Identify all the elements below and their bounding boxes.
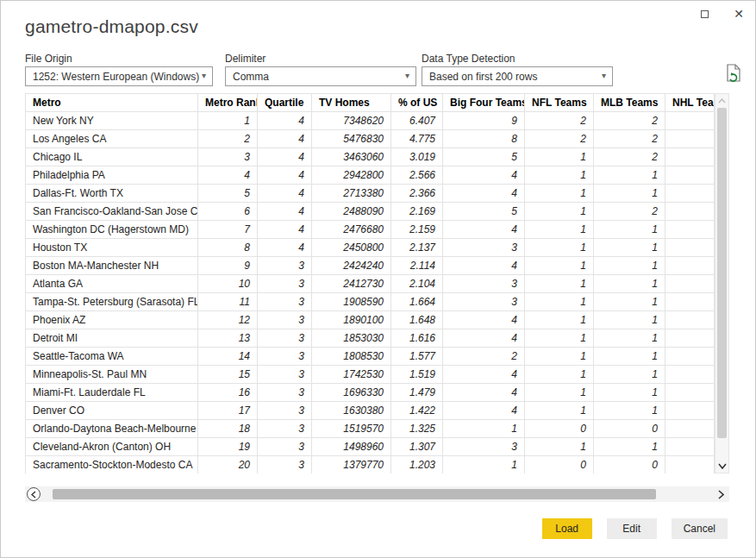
table-cell: Cleveland-Akron (Canton) OH <box>26 438 198 456</box>
table-cell: 3 <box>258 329 312 348</box>
table-row: Atlanta GA10324127302.104311 <box>26 275 715 293</box>
table-row: Sacramento-Stockton-Modesto CA2031379770… <box>26 456 715 474</box>
table-cell: 16 <box>198 384 258 402</box>
table-row: Miami-Ft. Lauderdale FL16316963301.47941… <box>26 384 715 402</box>
table-cell: 2713380 <box>312 185 391 203</box>
table-cell: 2412730 <box>312 275 391 293</box>
table-cell: 3 <box>198 148 258 166</box>
table-cell: 4 <box>258 239 312 257</box>
table-cell: 2 <box>198 130 258 148</box>
table-cell: Seattle-Tacoma WA <box>26 348 198 366</box>
table-cell: New York NY <box>26 112 198 130</box>
table-cell: 4 <box>443 221 525 239</box>
table-cell: 3 <box>258 348 312 366</box>
table-cell: 1908590 <box>312 293 391 311</box>
table-cell: 1.479 <box>391 384 443 402</box>
table-cell: Atlanta GA <box>26 275 198 293</box>
table-cell: Sacramento-Stockton-Modesto CA <box>26 456 198 474</box>
table-cell: 2488090 <box>312 203 391 221</box>
table-cell: 4 <box>443 366 525 384</box>
table-cell: 1.616 <box>391 329 443 348</box>
table-cell: 4 <box>443 166 525 185</box>
table-cell: Phoenix AZ <box>26 311 198 329</box>
table-cell: 1 <box>525 311 594 329</box>
cancel-button[interactable]: Cancel <box>672 518 728 539</box>
table-cell: 2.104 <box>391 275 443 293</box>
edit-button[interactable]: Edit <box>607 518 657 539</box>
table-cell: 6.407 <box>391 112 443 130</box>
vertical-scrollbar[interactable] <box>715 93 729 473</box>
table-cell <box>665 112 715 130</box>
table-cell: Houston TX <box>26 239 198 257</box>
table-cell <box>665 130 715 148</box>
delimiter-dropdown[interactable]: Comma ▾ <box>225 66 416 86</box>
file-origin-dropdown[interactable]: 1252: Western European (Windows) ▾ <box>25 66 213 86</box>
table-cell <box>665 185 715 203</box>
load-button[interactable]: Load <box>542 518 592 539</box>
data-type-detection-dropdown[interactable]: Based on first 200 rows ▾ <box>422 66 613 86</box>
table-cell: Chicago IL <box>26 148 198 166</box>
table-cell: 2 <box>594 112 665 130</box>
table-cell: 1498960 <box>312 438 391 456</box>
table-cell <box>665 257 715 275</box>
horizontal-scrollbar-thumb[interactable] <box>53 489 656 499</box>
table-cell: 4 <box>443 185 525 203</box>
table-row: Chicago IL3434630603.019512 <box>26 148 715 166</box>
table-cell <box>665 275 715 293</box>
table-cell <box>665 311 715 329</box>
table-cell: 2 <box>443 348 525 366</box>
horizontal-scrollbar[interactable] <box>25 486 729 502</box>
column-header: NFL Teams <box>525 94 594 112</box>
scroll-right-button[interactable] <box>712 486 729 502</box>
table-cell: 1808530 <box>312 348 391 366</box>
table-cell: 3 <box>443 293 525 311</box>
table-cell: 2.566 <box>391 166 443 185</box>
table-cell: 1 <box>525 329 594 348</box>
close-icon: ✕ <box>734 7 744 21</box>
chevron-right-icon <box>718 490 724 499</box>
table-cell: 1 <box>525 257 594 275</box>
close-button[interactable]: ✕ <box>731 6 747 22</box>
file-origin-label: File Origin <box>25 53 72 65</box>
table-cell: 1.577 <box>391 348 443 366</box>
table-cell <box>665 456 715 474</box>
table-cell: 1 <box>594 348 665 366</box>
delimiter-label: Delimiter <box>225 53 266 65</box>
table-cell: 1 <box>594 384 665 402</box>
table-cell: 1 <box>594 366 665 384</box>
table-row: Philadelphia PA4429428002.566411 <box>26 166 715 185</box>
table-cell <box>665 329 715 348</box>
table-cell: 1.325 <box>391 420 443 438</box>
column-header: Quartile <box>258 94 312 112</box>
chevron-down-icon <box>718 463 727 469</box>
table-row: Orlando-Daytona Beach-Melbourne FL183151… <box>26 420 715 438</box>
table-cell <box>665 293 715 311</box>
column-header: % of US <box>391 94 443 112</box>
table-cell: Dallas-Ft. Worth TX <box>26 185 198 203</box>
table-cell: 1 <box>198 112 258 130</box>
table-row: Seattle-Tacoma WA14318085301.577211 <box>26 348 715 366</box>
scroll-left-button[interactable] <box>25 486 42 502</box>
vertical-scrollbar-thumb[interactable] <box>717 108 727 438</box>
table-cell: 1.307 <box>391 438 443 456</box>
table-cell: 2 <box>525 112 594 130</box>
file-origin-value: 1252: Western European (Windows) <box>33 71 199 83</box>
table-cell: 1 <box>443 456 525 474</box>
maximize-button[interactable] <box>697 6 712 22</box>
table-cell: San Francisco-Oakland-San Jose CA <box>26 203 198 221</box>
table-cell: 3 <box>258 402 312 420</box>
scroll-up-button[interactable] <box>715 94 728 108</box>
table-row: Phoenix AZ12318901001.648411 <box>26 311 715 329</box>
table-row: Detroit MI13318530301.616411 <box>26 329 715 348</box>
table-cell: 3 <box>258 384 312 402</box>
table-cell: 4 <box>443 384 525 402</box>
table-cell: 2.169 <box>391 203 443 221</box>
preview-table: MetroMetro RankQuartileTV Homes% of USBi… <box>25 93 715 473</box>
scroll-down-button[interactable] <box>715 459 728 473</box>
refresh-preview-button[interactable] <box>724 63 743 84</box>
table-row: Tampa-St. Petersburg (Sarasota) FL113190… <box>26 293 715 311</box>
table-cell: 19 <box>198 438 258 456</box>
table-cell: 5 <box>443 148 525 166</box>
table-cell: 17 <box>198 402 258 420</box>
table-cell: 4 <box>198 166 258 185</box>
